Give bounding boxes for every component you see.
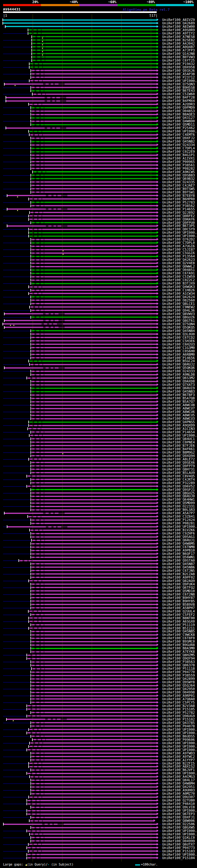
row-trailer-line [159, 770, 161, 770]
hit-arrow-icon [157, 285, 159, 288]
alignment-segment [36, 70, 39, 71]
alignment-segment [30, 766, 32, 767]
hit-arrow-icon [157, 410, 159, 413]
alignment-segment [41, 381, 44, 382]
alignment-segment [35, 212, 38, 213]
alignment-segment [44, 161, 157, 162]
alignment-segment [35, 820, 38, 822]
alignment-segment [36, 205, 39, 206]
alignment-segment [28, 732, 30, 734]
alignment-segment [41, 736, 44, 737]
alignment-segment [41, 624, 44, 625]
row-trailer-line [159, 134, 161, 135]
row-leader-line [3, 804, 27, 804]
alignment-segment [5, 313, 43, 314]
hit-arrow-icon [157, 580, 159, 582]
hit-arrow-icon [157, 221, 159, 224]
alignment-segment [32, 158, 34, 159]
row-trailer-line [159, 175, 161, 176]
alignment-segment [44, 563, 157, 564]
hit-arrow-icon [157, 461, 159, 464]
alignment-segment [28, 773, 30, 774]
alignment-segment [65, 84, 157, 85]
alignment-segment [36, 780, 39, 781]
alignment-segment [37, 658, 40, 659]
alignment-segment [44, 411, 157, 412]
row-leader-line [3, 675, 31, 676]
alignment-segment [36, 188, 39, 189]
hit-row: UniRef100_Q2J892 [0, 211, 197, 214]
alignment-segment [45, 84, 48, 85]
alignment-segment [44, 536, 157, 537]
hit-accession-label: UniRef100_P23712 [162, 76, 195, 79]
alignment-segment [32, 411, 34, 412]
alignment-segment [37, 810, 40, 811]
hit-arrow-icon [157, 86, 159, 89]
alignment-segment [37, 377, 40, 379]
hit-arrow-icon [157, 573, 159, 575]
alignment-segment [35, 530, 38, 531]
row-trailer-line [159, 810, 161, 811]
alignment-segment [32, 441, 34, 443]
row-trailer-line [159, 588, 161, 588]
row-leader-line [3, 641, 31, 642]
row-trailer-line [159, 338, 161, 338]
hit-accession-label: UniRef100_A1YYP7 [162, 758, 195, 762]
alignment-segment [41, 401, 44, 402]
alignment-segment [32, 661, 34, 662]
alignment-segment [41, 506, 44, 507]
alignment-segment [44, 648, 157, 649]
alignment-segment [44, 145, 157, 146]
row-leader-line [3, 283, 31, 284]
alignment-segment [51, 327, 53, 328]
hit-accession-label: UniRef100_P32289 [162, 481, 195, 485]
alignment-segment [43, 742, 157, 744]
hit-arrow-icon [157, 607, 159, 609]
alignment-segment [44, 725, 157, 727]
alignment-segment [32, 111, 34, 112]
hit-arrow-icon [157, 353, 159, 355]
hit-arrow-icon [157, 394, 159, 396]
hit-arrow-icon [157, 89, 159, 92]
alignment-segment [32, 817, 34, 818]
alignment-segment [32, 337, 34, 338]
alignment-segment [32, 831, 35, 832]
alignment-segment [35, 776, 38, 777]
alignment-segment [32, 570, 34, 571]
alignment-segment [42, 580, 157, 581]
hit-arrow-icon [157, 93, 159, 95]
hit-arrow-icon [157, 258, 159, 261]
hit-arrow-icon [157, 627, 159, 629]
alignment-segment [36, 624, 39, 625]
hit-arrow-icon [157, 698, 159, 700]
row-leader-line [3, 608, 31, 609]
alignment-segment [32, 280, 34, 281]
alignment-segment [34, 459, 37, 460]
alignment-segment [36, 448, 39, 450]
alignment-segment [67, 719, 157, 720]
alignment-segment [28, 854, 30, 855]
alignment-segment [32, 543, 34, 545]
hit-accession-label: UniRef100_Q96V52 [162, 485, 195, 488]
alignment-segment [44, 418, 157, 420]
hit-row: UniRef100_B5LAU9 [0, 471, 197, 474]
alignment-segment [36, 465, 39, 466]
row-trailer-line [159, 560, 161, 561]
alignment-segment [36, 573, 39, 575]
row-trailer-line [159, 581, 161, 581]
row-leader-line [3, 533, 31, 534]
alignment-segment [36, 594, 39, 595]
alignment-segment [32, 303, 34, 304]
hit-arrow-icon [157, 552, 159, 555]
alignment-segment [28, 749, 30, 750]
row-leader-line [3, 736, 31, 737]
alignment-segment [43, 364, 157, 365]
row-trailer-line [159, 533, 161, 534]
hit-row: UniRef100_P52783 [0, 201, 197, 204]
alignment-segment [36, 502, 39, 504]
hit-arrow-icon [157, 441, 159, 443]
row-leader-line [3, 60, 32, 61]
alignment-segment [41, 756, 44, 757]
row-trailer-line [159, 33, 161, 34]
alignment-segment [32, 398, 34, 399]
